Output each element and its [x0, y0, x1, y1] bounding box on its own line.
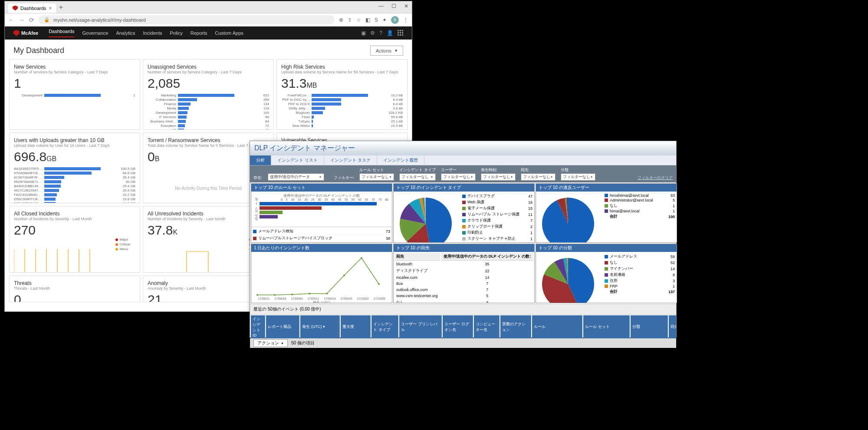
col-header[interactable]: インシデント ID: [251, 315, 265, 338]
star-icon[interactable]: ☆: [356, 17, 361, 23]
avatar[interactable]: h: [391, 16, 399, 24]
stack-icon[interactable]: ▣: [361, 30, 366, 36]
ext-icon-2[interactable]: S: [375, 17, 378, 23]
col-header[interactable]: レポート製品: [266, 315, 299, 338]
col-header[interactable]: 宛先: [669, 315, 676, 338]
dlp-tab[interactable]: インシデント タスク: [324, 155, 377, 165]
card-title: New Services: [14, 64, 135, 70]
nav-custom-apps[interactable]: Custom Apps: [215, 30, 243, 36]
filter-name: ユーザー: [441, 167, 476, 173]
svg-point-5: [343, 275, 345, 276]
dlp-tab[interactable]: インシデント リスト: [271, 155, 324, 165]
window-close-icon[interactable]: ✕: [404, 3, 408, 9]
card-title: High Risk Services: [281, 64, 403, 70]
card-title: All Closed Incidents: [14, 211, 135, 217]
back-icon[interactable]: ←: [8, 17, 14, 23]
actions-dropdown[interactable]: Actions ▾: [370, 46, 403, 56]
menu-icon[interactable]: ⋮: [403, 17, 408, 23]
card[interactable]: All Closed IncidentsNumber of incidents …: [9, 206, 140, 273]
dlp-tab[interactable]: 分析: [250, 155, 271, 165]
svg-point-7: [378, 283, 380, 285]
ext-icon-1[interactable]: ◧: [365, 17, 370, 23]
exist-label: 存在:: [253, 175, 263, 181]
forward-icon[interactable]: →: [19, 17, 25, 23]
apps-icon[interactable]: [398, 30, 403, 36]
svg-point-1: [274, 294, 276, 296]
panel-daily: 1 日あたりのインシデント数 17/08/2117/08/2817/09/041…: [251, 244, 392, 303]
card[interactable]: New ServicesNumber of services by Servic…: [9, 59, 140, 130]
chevron-down-icon: ▾: [395, 48, 398, 53]
filter-name: インシデント タイプ: [399, 167, 436, 173]
page-title: My Dashboard: [13, 46, 64, 55]
col-header[interactable]: 重大度: [341, 315, 371, 338]
filter-name: 分類: [561, 167, 595, 173]
shield-icon: [13, 6, 18, 11]
nav-analytics[interactable]: Analytics: [116, 30, 135, 36]
nav-incidents[interactable]: Incidents: [143, 30, 162, 36]
gear-icon[interactable]: ⚙: [370, 30, 375, 36]
col-header[interactable]: ルール セット: [583, 315, 630, 338]
puzzle-icon[interactable]: ✦: [382, 17, 387, 23]
card-subtitle: Number of services by Service Category -…: [14, 70, 135, 74]
shield-icon: [13, 30, 20, 36]
panel-dest: トップ 10 の宛先宛先使用中/送信中のデータの DLP インシデント の数:b…: [393, 244, 535, 303]
brand-logo[interactable]: McAfee: [13, 30, 38, 36]
col-header[interactable]: コンピューター名: [474, 315, 500, 338]
clear-filters-link[interactable]: フィルターのクリア: [638, 175, 673, 181]
filter-name: ルール セット: [359, 167, 394, 173]
events-title: 最近の 50個のイベント (0.00 億中): [250, 304, 676, 314]
action-dropdown[interactable]: アクション: [253, 339, 288, 347]
col-header[interactable]: 実際のアクション: [500, 315, 531, 338]
nav-reports[interactable]: Reports: [191, 30, 207, 36]
dlp-tab[interactable]: インシデント履歴: [377, 155, 424, 165]
col-header[interactable]: インシデント タイプ: [372, 315, 398, 338]
card-title: Threats: [14, 280, 135, 286]
url-input[interactable]: 🔒 myshn.net/usage-analytics/#/my-dashboa…: [39, 15, 335, 24]
new-tab-button[interactable]: +: [56, 3, 66, 11]
nav-governance[interactable]: Governance: [82, 30, 108, 36]
card-subtitle: Threats - Last Month: [14, 286, 135, 291]
card[interactable]: Users with Uploads greater than 10 GBUpl…: [9, 132, 140, 203]
item-count: 50 個の項目: [291, 340, 315, 346]
maximize-icon[interactable]: ☐: [391, 3, 396, 9]
panel: トップ 10 の違反ユーザーhiroshiimai@sevt.local93Ad…: [536, 183, 677, 243]
zoom-icon[interactable]: ⊕: [339, 17, 343, 23]
help-icon[interactable]: ?: [379, 30, 382, 36]
panel-ruleset: トップ 10 のルール セット 使用中/送信中のデータの DLP インシデント …: [251, 183, 392, 243]
filter-select[interactable]: フィルターなし: [441, 173, 476, 181]
share-icon[interactable]: ⇪: [348, 17, 352, 23]
col-header[interactable]: ユーザー ログオン名: [443, 315, 473, 338]
svg-point-4: [326, 293, 328, 294]
filter-select[interactable]: フィルターなし: [561, 173, 595, 181]
actions-label: Actions: [376, 48, 391, 53]
panel: トップ 10 の分類メールアドレス59なし52マイナンバー14名前連絡8住所3F…: [536, 244, 677, 303]
card-subtitle: Upload data volume by User for 16 Users …: [14, 143, 135, 148]
filter-select[interactable]: フィルターなし: [521, 173, 556, 181]
card-subtitle: Number of incidents by Severity - Last M…: [14, 217, 135, 221]
browser-tab[interactable]: Dashboards ×: [8, 3, 56, 13]
col-header[interactable]: 発生 (UTC) ▾: [300, 315, 340, 338]
exist-select[interactable]: 使用中/送信中のデータ: [268, 173, 324, 181]
filter-name: 発生時刻: [481, 167, 516, 173]
card[interactable]: High Risk ServicesUpload data volume by …: [276, 59, 408, 130]
filter-name: 宛先: [521, 167, 556, 173]
card-subtitle: Upload data volume by Service Name for 5…: [281, 70, 403, 74]
card-title: Unassigned Services: [148, 64, 269, 70]
events-table: インシデント IDレポート製品発生 (UTC) ▾重大度インシデント タイプユー…: [250, 314, 676, 338]
card[interactable]: ThreatsThreats - Last Month0: [9, 275, 140, 302]
col-header[interactable]: ルール: [532, 315, 582, 338]
svg-point-6: [361, 257, 362, 259]
user-icon[interactable]: 👤: [387, 30, 393, 36]
col-header[interactable]: ユーザー プリンシパル: [399, 315, 442, 338]
nav-policy[interactable]: Policy: [170, 30, 182, 36]
card[interactable]: Unassigned ServicesNumber of services by…: [143, 59, 274, 130]
filter-select[interactable]: フィルターなし: [399, 173, 436, 181]
filter-select[interactable]: フィルターなし: [359, 173, 394, 181]
col-header[interactable]: 分類: [631, 315, 668, 338]
nav-dashboards[interactable]: Dashboards: [49, 29, 74, 37]
filter-select[interactable]: フィルターなし: [481, 173, 516, 181]
minimize-icon[interactable]: —: [378, 3, 384, 9]
close-icon[interactable]: ×: [49, 5, 52, 11]
svg-point-3: [309, 293, 310, 294]
reload-icon[interactable]: ⟳: [29, 17, 34, 23]
